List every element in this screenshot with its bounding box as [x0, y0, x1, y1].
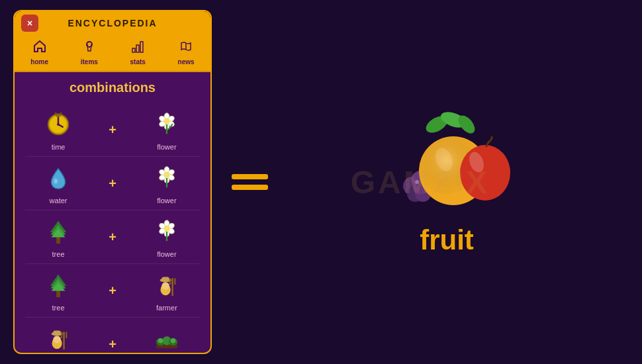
svg-point-80 — [415, 180, 419, 184]
combo-item-water: water — [42, 162, 74, 205]
combo-label-tree-1: tree — [52, 250, 65, 258]
combo-label-time: time — [52, 143, 66, 151]
combo-row-2: water + flower — [25, 157, 200, 210]
combo-row-5: farmer + orchard — [25, 318, 200, 353]
svg-point-60 — [53, 336, 60, 343]
flower-icon-2 — [151, 162, 183, 194]
fruit-illustration — [381, 108, 513, 214]
svg-rect-1 — [132, 48, 135, 52]
svg-rect-50 — [161, 277, 169, 282]
water-icon — [42, 162, 74, 194]
flower-icon-3 — [151, 216, 183, 248]
items-icon — [82, 39, 97, 57]
encyclopedia-panel: × ENCYCLOPEDIA home items — [13, 10, 212, 354]
combo-label-flower-3: flower — [157, 250, 176, 258]
combo-item-orchard: orchard — [151, 323, 183, 353]
plus-sign-2: + — [109, 176, 116, 191]
plus-sign-4: + — [109, 283, 116, 298]
svg-rect-12 — [60, 113, 62, 114]
farmer-icon-1 — [151, 269, 183, 301]
news-icon — [179, 39, 193, 57]
orchard-icon — [151, 323, 183, 353]
svg-point-70 — [171, 338, 176, 343]
plus-sign-1: + — [109, 122, 116, 138]
nav-item-stats[interactable]: stats — [130, 39, 146, 66]
plus-sign-3: + — [109, 230, 116, 245]
combo-item-flower-1: flower — [151, 109, 183, 151]
svg-rect-3 — [140, 42, 143, 52]
combo-label-flower-2: flower — [157, 197, 176, 205]
tree-icon-1 — [42, 216, 74, 248]
equals-bar-bottom — [232, 185, 268, 190]
combo-item-flower-2: flower — [151, 162, 183, 205]
combo-item-time: time — [42, 109, 74, 151]
combinations-list[interactable]: time + — [15, 101, 210, 353]
svg-point-30 — [163, 171, 170, 178]
plus-sign-5: + — [109, 337, 116, 352]
section-title: combinations — [15, 72, 210, 101]
nav-bar: home items stats — [15, 35, 210, 72]
nav-label-news: news — [178, 58, 195, 66]
nav-label-stats: stats — [130, 58, 146, 66]
combo-item-farmer-2: farmer — [42, 323, 74, 353]
svg-point-69 — [158, 338, 163, 343]
result-panel: GAMZIX — [212, 108, 629, 256]
svg-rect-58 — [53, 331, 60, 336]
combo-item-flower-3: flower — [151, 216, 183, 258]
home-icon — [32, 39, 47, 57]
combo-item-tree-2: tree — [42, 269, 74, 312]
svg-point-20 — [163, 118, 170, 124]
svg-point-22 — [54, 179, 58, 184]
nav-label-items: items — [81, 58, 98, 66]
svg-point-43 — [163, 225, 170, 232]
equals-bar-top — [232, 174, 268, 179]
nav-label-home: home — [30, 58, 48, 66]
svg-point-9 — [57, 123, 60, 126]
combo-label-farmer-1: farmer — [156, 304, 177, 312]
close-button[interactable]: × — [21, 15, 38, 32]
combo-row-4: tree + — [25, 264, 200, 318]
svg-point-85 — [460, 145, 510, 201]
result-content: fruit — [381, 108, 513, 256]
combo-row-3: tree + flower — [25, 210, 200, 264]
panel-header: × ENCYCLOPEDIA — [15, 11, 210, 35]
stats-icon — [130, 39, 145, 57]
result-label: fruit — [420, 224, 474, 256]
panel-title: ENCYCLOPEDIA — [68, 18, 157, 28]
flower-icon-1 — [151, 109, 183, 140]
nav-item-items[interactable]: items — [81, 39, 98, 66]
nav-item-news[interactable]: news — [178, 39, 195, 66]
tree-icon-2 — [42, 269, 74, 301]
farmer-icon-2 — [42, 323, 74, 353]
nav-item-home[interactable]: home — [30, 39, 48, 66]
svg-rect-2 — [136, 45, 139, 52]
combo-item-tree-1: tree — [42, 216, 74, 258]
equals-sign — [232, 174, 268, 190]
combo-item-farmer-1: farmer — [151, 269, 183, 312]
svg-rect-11 — [54, 113, 57, 114]
time-icon — [42, 109, 74, 140]
svg-point-52 — [161, 282, 169, 289]
combo-label-tree-2: tree — [52, 304, 65, 312]
combo-row-1: time + — [25, 103, 200, 157]
combo-label-water: water — [50, 197, 68, 205]
combo-label-flower-1: flower — [157, 143, 176, 151]
